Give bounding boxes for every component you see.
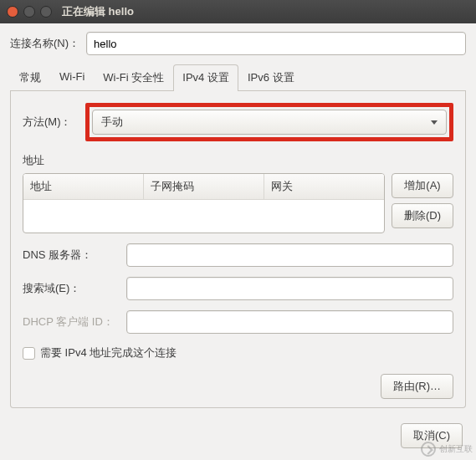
require-ipv4-row: 需要 IPv4 地址完成这个连接 (23, 345, 453, 360)
panel-footer: 路由(R)… (23, 374, 453, 399)
delete-button[interactable]: 删除(D) (392, 203, 453, 228)
col-address[interactable]: 地址 (23, 174, 144, 199)
dns-label: DNS 服务器： (23, 248, 115, 263)
addresses-section-label: 地址 (23, 153, 453, 168)
watermark-text: 创新互联 (439, 443, 473, 455)
minimize-icon[interactable] (23, 6, 35, 18)
require-ipv4-checkbox[interactable] (23, 347, 35, 360)
ipv4-panel: 方法(M)： 手动 地址 地址 子网掩码 网关 增加(A) 删除(D) (10, 91, 466, 408)
addresses-header: 地址 子网掩码 网关 (23, 174, 384, 200)
addresses-buttons: 增加(A) 删除(D) (392, 173, 453, 233)
window-title: 正在编辑 hello (62, 4, 134, 19)
tab-wifi-security[interactable]: Wi-Fi 安全性 (94, 64, 173, 91)
dhcp-client-id-label: DHCP 客户端 ID： (23, 314, 115, 330)
connection-name-input[interactable] (86, 32, 466, 55)
close-icon[interactable] (7, 6, 18, 18)
watermark: 创新互联 (421, 442, 473, 457)
method-value: 手动 (101, 115, 123, 130)
chevron-down-icon (431, 120, 438, 125)
connection-name-row: 连接名称(N)： (10, 32, 466, 55)
titlebar: 正在编辑 hello (0, 0, 476, 23)
addresses-area: 地址 子网掩码 网关 增加(A) 删除(D) (23, 173, 453, 233)
window-content: 连接名称(N)： 常规 Wi-Fi Wi-Fi 安全性 IPv4 设置 IPv6… (0, 23, 476, 417)
search-domain-row: 搜索域(E)： (23, 277, 453, 300)
addresses-table[interactable]: 地址 子网掩码 网关 (23, 173, 385, 233)
search-domain-input[interactable] (126, 277, 453, 300)
col-netmask[interactable]: 子网掩码 (144, 174, 264, 199)
dhcp-client-id-row: DHCP 客户端 ID： (23, 310, 453, 334)
dns-input[interactable] (126, 243, 453, 267)
add-button[interactable]: 增加(A) (392, 173, 453, 198)
tab-bar: 常规 Wi-Fi Wi-Fi 安全性 IPv4 设置 IPv6 设置 (10, 64, 466, 91)
col-gateway[interactable]: 网关 (264, 174, 384, 199)
dialog-footer: 取消(C) (0, 417, 476, 448)
method-dropdown[interactable]: 手动 (92, 110, 448, 135)
highlight-box: 手动 (85, 103, 454, 141)
watermark-icon (421, 442, 436, 457)
dhcp-client-id-input (126, 310, 453, 334)
routes-button[interactable]: 路由(R)… (381, 374, 453, 399)
tab-ipv4-settings[interactable]: IPv4 设置 (173, 64, 238, 91)
connection-name-label: 连接名称(N)： (10, 36, 79, 51)
method-label: 方法(M)： (23, 115, 72, 130)
tab-general[interactable]: 常规 (10, 64, 50, 91)
require-ipv4-label: 需要 IPv4 地址完成这个连接 (40, 345, 177, 360)
maximize-icon[interactable] (40, 6, 52, 18)
dns-row: DNS 服务器： (23, 243, 453, 267)
tab-wifi[interactable]: Wi-Fi (50, 64, 94, 91)
method-row: 方法(M)： 手动 (23, 103, 453, 141)
tab-ipv6-settings[interactable]: IPv6 设置 (238, 64, 304, 91)
search-domain-label: 搜索域(E)： (23, 281, 115, 296)
